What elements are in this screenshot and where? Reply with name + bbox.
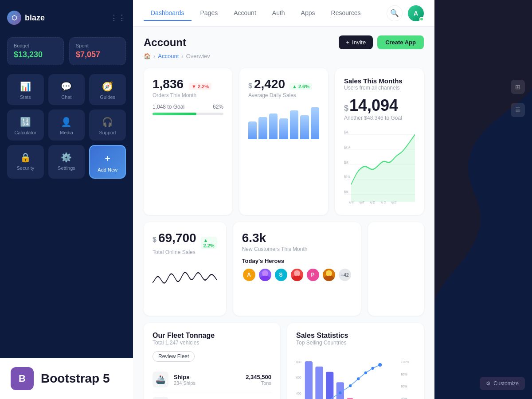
bottom-branding: B Bootstrap 5 [0, 358, 133, 399]
fleet-card: Our Fleet Tonnage Total 1,247 vehicles R… [144, 323, 280, 399]
invite-button[interactable]: + Invite [339, 35, 373, 49]
hero-avatar-5: P [306, 268, 320, 282]
svg-text:600: 600 [296, 376, 301, 379]
sidebar-item-chat[interactable]: 💬 Chat [48, 74, 85, 105]
online-sales-label: Total Online Sales [153, 249, 217, 255]
ships-icon: 🚢 [153, 372, 168, 387]
sidebar-item-security[interactable]: 🔒 Security [7, 145, 44, 179]
sidebar-item-stats[interactable]: 📊 Stats [7, 74, 44, 105]
svg-point-37 [339, 391, 341, 394]
svg-text:800: 800 [296, 360, 301, 364]
tab-resources[interactable]: Resources [324, 6, 368, 21]
daily-sales-label: Average Daily Sales [248, 92, 319, 98]
orders-progress-fill [153, 113, 196, 115]
daily-sales-prefix: $ [248, 82, 252, 90]
sales-big-value: 14,094 [349, 96, 398, 115]
avatar-button[interactable]: A [408, 5, 424, 21]
panel-grid-icon[interactable]: ⊞ [511, 80, 525, 94]
svg-point-39 [357, 377, 360, 380]
calculator-icon: 🔢 [20, 117, 31, 127]
tab-dashboards[interactable]: Dashboards [144, 6, 192, 21]
bar-7 [311, 107, 319, 139]
orders-progress-row: 1,048 to Goal 62% [153, 104, 223, 110]
svg-text:40%: 40% [401, 397, 407, 399]
breadcrumb-account[interactable]: Account [158, 53, 179, 59]
security-label: Security [16, 165, 34, 171]
logo-icon: ⬡ [7, 11, 21, 25]
search-button[interactable]: 🔍 [387, 5, 403, 21]
svg-text:$13.5K: $13.5K [344, 175, 350, 179]
sidebar-header: ⬡ blaze ⋮⋮ [7, 7, 126, 28]
svg-point-16 [294, 270, 300, 277]
sidebar-item-settings[interactable]: ⚙️ Settings [48, 145, 85, 179]
fleet-row-trucks: 🚛 Trucks 1,460 Trucks 457,200 Tons [153, 392, 271, 399]
svg-text:Apr 07: Apr 07 [360, 200, 364, 204]
nav-tabs: Dashboards Pages Account Auth Apps Resou… [144, 6, 368, 21]
svg-text:Apr 13: Apr 13 [381, 200, 386, 204]
svg-rect-22 [305, 361, 313, 399]
ships-info: Ships 234 Ships [174, 374, 196, 386]
customize-button[interactable]: ⚙ Customize [480, 377, 525, 390]
sales-goal-text: Another $48,346 to Goal [344, 115, 415, 121]
svg-point-15 [262, 270, 268, 277]
hero-avatar-4 [290, 268, 304, 282]
sidebar-item-guides[interactable]: 🧭 Guides [89, 74, 126, 105]
bar-4 [279, 118, 288, 139]
stats-label: Stats [20, 94, 31, 100]
sidebar-item-media[interactable]: 👤 Media [48, 110, 85, 141]
tab-auth[interactable]: Auth [265, 6, 292, 21]
svg-text:$17K: $17K [344, 160, 348, 164]
ships-name: Ships [174, 374, 196, 380]
svg-text:80%: 80% [401, 373, 407, 376]
fleet-list: 🚢 Ships 234 Ships 2,345,500 Tons 🚛 [153, 367, 271, 399]
online-indicator [419, 17, 424, 21]
sidebar-item-support[interactable]: 🎧 Support [89, 110, 126, 141]
menu-grid: 📊 Stats 💬 Chat 🧭 Guides 🔢 Calculator 👤 M… [7, 74, 126, 179]
chat-label: Chat [61, 94, 71, 100]
review-fleet-button[interactable]: Review Fleet [153, 351, 195, 362]
main-content: Dashboards Pages Account Auth Apps Resou… [133, 0, 434, 399]
avatar-initials: A [414, 10, 418, 17]
new-customers-card: 6.3k New Customers This Month Today's He… [233, 222, 361, 316]
svg-point-42 [378, 363, 382, 367]
sidebar-item-calculator[interactable]: 🔢 Calculator [7, 110, 44, 141]
security-icon: 🔒 [20, 152, 31, 163]
media-icon: 👤 [61, 117, 72, 127]
svg-text:400: 400 [296, 392, 301, 395]
tab-account[interactable]: Account [227, 6, 263, 21]
tab-pages[interactable]: Pages [193, 6, 225, 21]
heroes-count: +42 [338, 268, 352, 282]
online-sales-wave-chart [153, 261, 217, 305]
budget-value: $13,230 [14, 50, 57, 59]
bottom-grid: Our Fleet Tonnage Total 1,247 vehicles R… [144, 323, 424, 399]
fleet-row-ships: 🚢 Ships 234 Ships 2,345,500 Tons [153, 367, 271, 392]
page-title: Account [144, 36, 186, 49]
sales-stats-chart: 800 600 400 200 100% 80% 60% [296, 351, 415, 399]
placeholder-card [368, 222, 424, 316]
svg-text:$10K: $10K [344, 190, 348, 194]
menu-toggle-icon[interactable]: ⋮⋮ [110, 13, 126, 23]
svg-point-40 [364, 372, 367, 374]
sidebar-item-add-new[interactable]: + Add New [89, 145, 126, 179]
panel-menu-icon[interactable]: ☰ [511, 103, 525, 117]
create-app-button[interactable]: Create App [377, 35, 424, 49]
bar-1 [248, 121, 257, 139]
svg-rect-23 [315, 367, 323, 399]
daily-sales-value: 2,420 [254, 77, 285, 91]
svg-text:$20.5K: $20.5K [344, 145, 350, 149]
chat-icon: 💬 [61, 81, 72, 92]
orders-goal-text: 1,048 to Goal [153, 104, 184, 110]
bootstrap-icon: B [11, 367, 34, 390]
svg-text:$24K: $24K [344, 130, 348, 134]
customize-label: Customize [493, 380, 519, 387]
stats-grid: 1,836 ▼ 2.2% Orders This Month 1,048 to … [144, 68, 424, 215]
spent-label: Spent [76, 43, 119, 48]
orders-goal-pct: 62% [213, 104, 223, 110]
budget-row: Budget $13,230 Spent $7,057 [7, 37, 126, 65]
tab-apps[interactable]: Apps [294, 6, 322, 21]
svg-text:Apr 16: Apr 16 [391, 200, 396, 204]
logo-area: ⬡ blaze [7, 11, 45, 25]
nav-right: 🔍 A [387, 5, 424, 21]
support-icon: 🎧 [102, 117, 113, 127]
svg-text:Apr 10: Apr 10 [370, 200, 375, 204]
